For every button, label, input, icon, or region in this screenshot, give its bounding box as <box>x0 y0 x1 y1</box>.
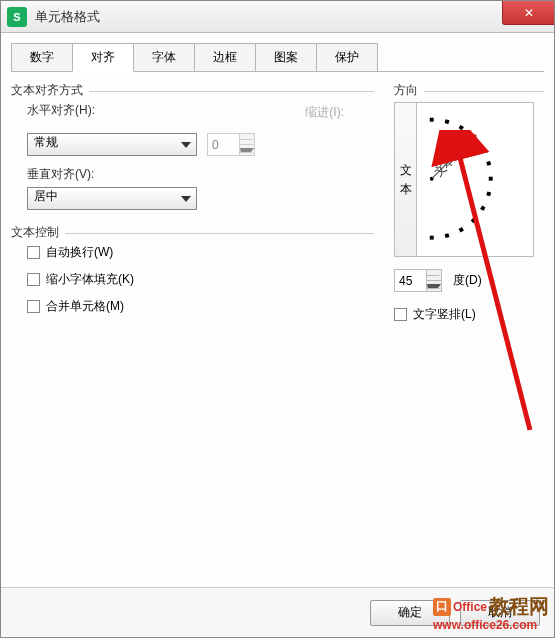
degrees-value[interactable] <box>395 273 425 289</box>
svg-rect-6 <box>486 161 491 166</box>
checkbox-shrink[interactable] <box>27 273 40 286</box>
svg-rect-7 <box>489 177 493 181</box>
svg-rect-13 <box>430 236 434 240</box>
indent-value <box>208 137 238 153</box>
svg-rect-3 <box>459 125 464 130</box>
svg-rect-8 <box>486 192 491 197</box>
app-icon: S <box>7 7 27 27</box>
select-horizontal-align[interactable]: 常规 <box>27 133 197 156</box>
window-title: 单元格格式 <box>35 8 100 26</box>
tab-alignment[interactable]: 对齐 <box>72 43 134 72</box>
group-title-textcontrol: 文本控制 <box>11 224 65 241</box>
svg-rect-12 <box>445 233 450 238</box>
titlebar: S 单元格格式 ✕ <box>1 1 554 33</box>
label-indent: 缩进(I): <box>305 104 344 121</box>
label-shrink: 缩小字体填充(K) <box>46 271 134 288</box>
degrees-up-icon[interactable] <box>426 270 441 281</box>
tab-font[interactable]: 字体 <box>133 43 195 71</box>
left-column: 文本对齐方式 水平对齐(H): 缩进(I): 常规 <box>11 82 374 577</box>
dialog-body: 数字 对齐 字体 边框 图案 保护 文本对齐方式 水平对齐(H): 缩进(I): <box>1 33 554 587</box>
ok-button[interactable]: 确定 <box>370 600 450 626</box>
indent-down-icon <box>239 145 254 155</box>
svg-rect-1 <box>430 118 434 122</box>
checkbox-merge[interactable] <box>27 300 40 313</box>
dialog-window: S 单元格格式 ✕ 数字 对齐 字体 边框 图案 保护 文本对齐方式 水平对齐(… <box>0 0 555 638</box>
label-merge: 合并单元格(M) <box>46 298 124 315</box>
close-icon: ✕ <box>524 6 534 20</box>
svg-rect-10 <box>471 218 477 224</box>
tab-protection[interactable]: 保护 <box>316 43 378 71</box>
svg-rect-2 <box>445 119 450 124</box>
right-column: 方向 文 本 <box>394 82 544 577</box>
group-text-alignment: 文本对齐方式 水平对齐(H): 缩进(I): 常规 <box>11 82 374 210</box>
svg-rect-4 <box>471 135 476 140</box>
group-title-alignment: 文本对齐方式 <box>11 82 89 99</box>
dial-icon: 文本 <box>417 103 533 255</box>
spinner-indent <box>207 133 255 156</box>
spinner-degrees[interactable] <box>394 269 442 292</box>
tab-border[interactable]: 边框 <box>194 43 256 71</box>
group-title-orientation: 方向 <box>394 82 424 99</box>
dialog-footer: 确定 取消 <box>1 587 554 637</box>
indent-up-icon <box>239 134 254 145</box>
label-horizontal-align: 水平对齐(H): <box>27 102 95 119</box>
label-wrap: 自动换行(W) <box>46 244 113 261</box>
svg-text:文本: 文本 <box>431 153 457 179</box>
tab-pattern[interactable]: 图案 <box>255 43 317 71</box>
label-degrees: 度(D) <box>453 272 482 289</box>
orientation-dial[interactable]: 文本 <box>417 103 533 256</box>
degrees-down-icon[interactable] <box>426 281 441 291</box>
orientation-vertical-button[interactable]: 文 本 <box>395 103 417 256</box>
svg-rect-9 <box>480 205 485 210</box>
label-vertical-text: 文字竖排(L) <box>413 306 476 323</box>
tab-strip: 数字 对齐 字体 边框 图案 保护 <box>11 43 544 72</box>
close-button[interactable]: ✕ <box>502 1 554 25</box>
svg-rect-5 <box>480 147 485 152</box>
group-text-control: 文本控制 自动换行(W) 缩小字体填充(K) 合并单 <box>11 224 374 315</box>
tab-content: 文本对齐方式 水平对齐(H): 缩进(I): 常规 <box>11 82 544 577</box>
checkbox-wrap[interactable] <box>27 246 40 259</box>
group-orientation: 方向 文 本 <box>394 82 544 323</box>
select-vertical-align[interactable]: 居中 <box>27 187 197 210</box>
label-vertical-align: 垂直对齐(V): <box>27 166 374 183</box>
svg-rect-11 <box>459 227 464 232</box>
tab-number[interactable]: 数字 <box>11 43 73 71</box>
orientation-preview: 文 本 <box>394 102 534 257</box>
checkbox-vertical-text[interactable] <box>394 308 407 321</box>
cancel-button[interactable]: 取消 <box>460 600 540 626</box>
